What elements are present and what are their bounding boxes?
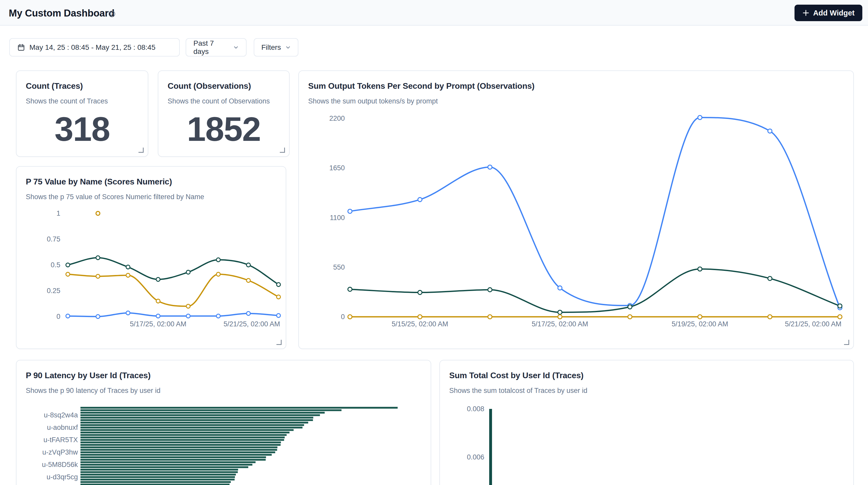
widget-title: Count (Observations) bbox=[167, 81, 280, 91]
chevron-down-icon bbox=[233, 44, 239, 50]
info-icon[interactable] bbox=[108, 10, 116, 18]
svg-text:0.75: 0.75 bbox=[47, 235, 60, 243]
svg-text:u-zVqP3hw: u-zVqP3hw bbox=[42, 448, 78, 456]
resize-handle[interactable] bbox=[138, 148, 144, 153]
svg-text:0.5: 0.5 bbox=[51, 261, 60, 269]
add-widget-button[interactable]: Add Widget bbox=[795, 5, 862, 21]
date-preset-value: Past 7 days bbox=[193, 39, 229, 56]
svg-text:u-8sq2w4a: u-8sq2w4a bbox=[44, 411, 78, 419]
widget-subtitle: Shows the count of Traces bbox=[26, 97, 138, 105]
svg-text:u-aobnuxf: u-aobnuxf bbox=[47, 424, 78, 431]
add-widget-label: Add Widget bbox=[813, 9, 855, 17]
svg-text:0.006: 0.006 bbox=[467, 453, 484, 461]
widget-total-cost: Sum Total Cost by User Id (Traces) Shows… bbox=[439, 360, 854, 485]
plus-icon bbox=[802, 9, 809, 17]
count-traces-value: 318 bbox=[17, 110, 148, 149]
resize-handle[interactable] bbox=[844, 340, 849, 345]
date-range-value: May 14, 25 : 08:45 - May 21, 25 : 08:45 bbox=[29, 43, 155, 52]
p75-line-chart: 00.250.50.7515/17/25, 02:00 AM5/21/25, 0… bbox=[17, 166, 286, 348]
date-preset-dropdown[interactable]: Past 7 days bbox=[186, 38, 247, 57]
svg-text:1650: 1650 bbox=[329, 164, 345, 172]
svg-text:0: 0 bbox=[341, 313, 345, 321]
widget-p90-latency: P 90 Latency by User Id (Traces) Shows t… bbox=[16, 360, 431, 485]
svg-text:u-5M8D56k: u-5M8D56k bbox=[42, 461, 78, 468]
resize-handle[interactable] bbox=[280, 148, 285, 153]
svg-text:5/15/25, 02:00 AM: 5/15/25, 02:00 AM bbox=[392, 320, 448, 328]
calendar-icon bbox=[17, 43, 25, 52]
svg-text:0.25: 0.25 bbox=[47, 287, 60, 295]
widget-title: Count (Traces) bbox=[26, 81, 138, 91]
resize-handle[interactable] bbox=[276, 340, 282, 345]
svg-text:5/17/25, 02:00 AM: 5/17/25, 02:00 AM bbox=[130, 320, 186, 328]
widget-tokens-chart: Sum Output Tokens Per Second by Prompt (… bbox=[298, 70, 854, 349]
filters-label: Filters bbox=[261, 43, 281, 52]
count-observations-value: 1852 bbox=[158, 110, 289, 149]
tokens-line-chart: 05501100165022005/15/25, 02:00 AM5/17/25… bbox=[299, 71, 853, 348]
svg-text:5/21/25, 02:00 AM: 5/21/25, 02:00 AM bbox=[224, 320, 280, 328]
svg-text:1: 1 bbox=[57, 210, 60, 217]
widget-p75-chart: P 75 Value by Name (Scores Numeric) Show… bbox=[16, 166, 286, 349]
svg-text:0.008: 0.008 bbox=[467, 405, 484, 413]
svg-text:1100: 1100 bbox=[330, 214, 345, 222]
widget-subtitle: Shows the count of Observations bbox=[167, 97, 280, 105]
cost-bar-chart: 0.0080.006 bbox=[440, 360, 853, 485]
page-title: My Custom Dashboard bbox=[9, 8, 115, 19]
filters-dropdown[interactable]: Filters bbox=[254, 38, 298, 57]
filter-row: May 14, 25 : 08:45 - May 21, 25 : 08:45 … bbox=[0, 34, 868, 59]
svg-text:5/19/25, 02:00 AM: 5/19/25, 02:00 AM bbox=[672, 320, 728, 328]
p90-bar-chart: u-8sq2w4au-aobnuxfu-tFAR5TXu-zVqP3hwu-5M… bbox=[17, 360, 431, 485]
svg-text:550: 550 bbox=[333, 263, 345, 271]
chevron-down-icon bbox=[285, 44, 291, 50]
svg-text:0: 0 bbox=[57, 313, 60, 321]
svg-text:5/21/25, 02:00 AM: 5/21/25, 02:00 AM bbox=[785, 320, 841, 328]
svg-text:2200: 2200 bbox=[329, 115, 345, 122]
top-bar: My Custom Dashboard Add Widget bbox=[0, 0, 868, 26]
svg-text:5/17/25, 02:00 AM: 5/17/25, 02:00 AM bbox=[532, 320, 588, 328]
svg-text:u-d3qr5cg: u-d3qr5cg bbox=[46, 473, 78, 481]
widget-count-observations: Count (Observations) Shows the count of … bbox=[158, 70, 289, 157]
dashboard-page: { "header": { "title": "My Custom Dashbo… bbox=[0, 0, 868, 485]
widget-count-traces: Count (Traces) Shows the count of Traces… bbox=[16, 70, 148, 157]
date-range-picker[interactable]: May 14, 25 : 08:45 - May 21, 25 : 08:45 bbox=[9, 38, 180, 57]
svg-text:u-tFAR5TX: u-tFAR5TX bbox=[43, 436, 78, 444]
